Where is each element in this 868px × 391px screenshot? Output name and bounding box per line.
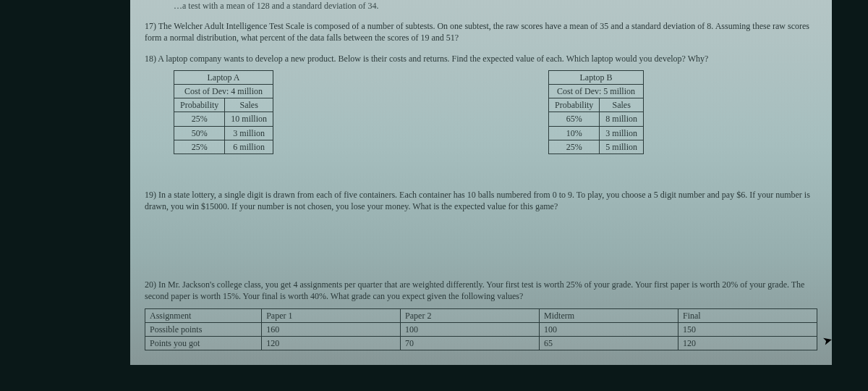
laptop-a-header-prob: Probability <box>174 98 225 112</box>
question-20: 20) In Mr. Jackson's college class, you … <box>145 279 817 302</box>
worksheet-page: …a test with a mean of 128 and a standar… <box>130 0 832 365</box>
table-row: Assignment Paper 1 Paper 2 Midterm Final <box>145 308 817 322</box>
laptop-b-table: Laptop B Cost of Dev: 5 million Probabil… <box>548 70 644 154</box>
grades-header-final: Final <box>678 308 817 322</box>
table-row: Possible points 160 100 100 150 <box>145 322 817 336</box>
question-17: 17) The Welcher Adult Intelligence Test … <box>145 20 817 43</box>
table-row: Points you got 120 70 65 120 <box>145 337 817 350</box>
laptop-b-header-sales: Sales <box>600 98 644 112</box>
grades-header-paper2: Paper 2 <box>401 308 540 322</box>
grades-header-paper1: Paper 1 <box>262 308 401 322</box>
question-19: 19) In a state lottery, a single digit i… <box>145 189 817 212</box>
laptop-a-table: Laptop A Cost of Dev: 4 million Probabil… <box>174 70 273 154</box>
grades-header-assignment: Assignment <box>145 308 262 322</box>
laptop-a-title: Laptop A <box>174 70 273 84</box>
grades-table: Assignment Paper 1 Paper 2 Midterm Final… <box>145 308 817 351</box>
table-row: 25%5 million <box>549 140 644 154</box>
laptop-b-title: Laptop B <box>549 70 644 84</box>
question-18: 18) A laptop company wants to develop a … <box>145 53 817 64</box>
laptop-tables-row: Laptop A Cost of Dev: 4 million Probabil… <box>174 70 817 154</box>
table-row: 50%3 million <box>174 126 273 140</box>
table-row: 10%3 million <box>549 126 644 140</box>
table-row: 65%8 million <box>549 112 644 126</box>
laptop-b-header-prob: Probability <box>549 98 600 112</box>
laptop-a-cost: Cost of Dev: 4 million <box>174 84 273 98</box>
table-row: 25%10 million <box>174 112 273 126</box>
grades-header-midterm: Midterm <box>540 308 678 322</box>
table-row: 25%6 million <box>174 140 273 154</box>
partial-previous-question: …a test with a mean of 128 and a standar… <box>174 0 817 12</box>
laptop-a-header-sales: Sales <box>225 98 273 112</box>
laptop-b-cost: Cost of Dev: 5 million <box>549 84 644 98</box>
